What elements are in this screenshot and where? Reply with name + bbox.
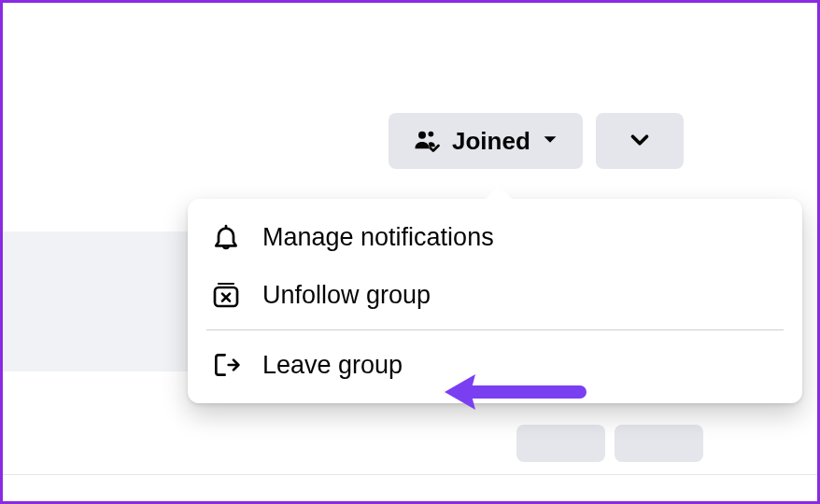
- more-actions-button[interactable]: [596, 113, 684, 169]
- unfollow-icon: [210, 279, 242, 311]
- sidebar-placeholder: [3, 231, 199, 371]
- menu-item-label: Unfollow group: [262, 281, 431, 310]
- unfollow-group-item[interactable]: Unfollow group: [188, 266, 802, 324]
- menu-divider: [206, 329, 784, 330]
- footer-divider: [3, 474, 817, 475]
- footer-button-placeholder: [615, 425, 703, 462]
- group-action-buttons: Joined: [389, 113, 684, 169]
- joined-button-label: Joined: [452, 127, 530, 156]
- joined-dropdown-menu: Manage notifications Unfollow group Leav…: [188, 199, 802, 403]
- svg-point-1: [429, 132, 434, 137]
- joined-button[interactable]: Joined: [389, 113, 583, 169]
- group-members-icon: [411, 125, 443, 157]
- leave-icon: [210, 349, 242, 381]
- manage-notifications-item[interactable]: Manage notifications: [188, 208, 802, 266]
- chevron-down-icon: [626, 126, 654, 157]
- bell-icon: [210, 221, 242, 253]
- svg-point-0: [418, 132, 426, 139]
- caret-down-icon: [540, 127, 560, 156]
- footer-button-placeholder: [516, 425, 605, 462]
- menu-item-label: Leave group: [262, 351, 403, 380]
- menu-item-label: Manage notifications: [262, 223, 494, 252]
- footer-buttons: [516, 425, 703, 462]
- leave-group-item[interactable]: Leave group: [188, 336, 802, 394]
